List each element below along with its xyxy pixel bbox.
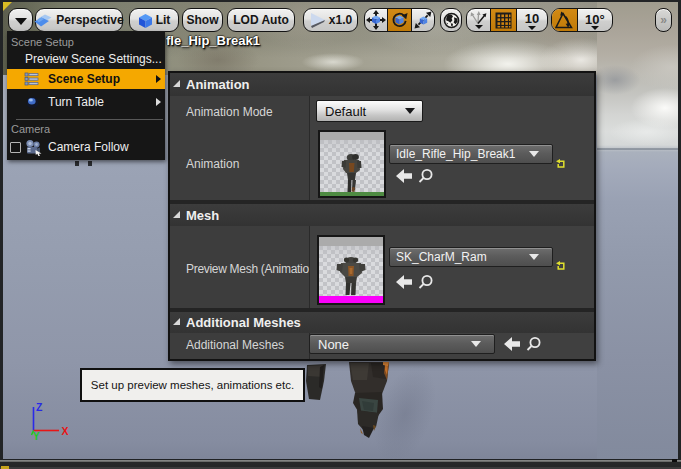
svg-text:Y: Y [33, 431, 40, 441]
svg-text:Z: Z [36, 401, 43, 413]
svg-text:X: X [62, 425, 69, 437]
